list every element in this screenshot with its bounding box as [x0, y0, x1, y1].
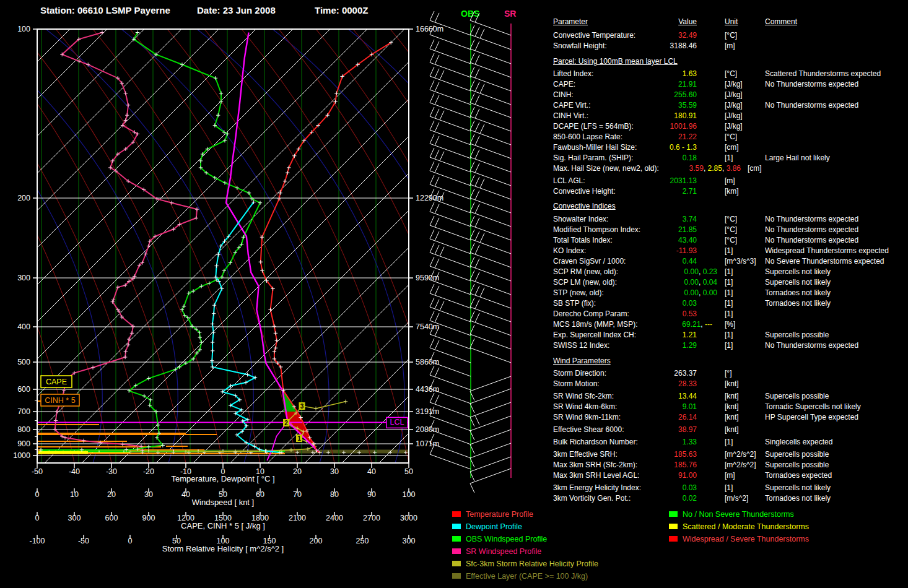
- value-part: 0.00: [684, 267, 699, 276]
- value-part: 2.71: [683, 187, 697, 196]
- legend-swatch: [669, 524, 678, 529]
- sounding-app-window: Station: 06610 LSMP Payerne Date: 23 Jun…: [0, 0, 908, 588]
- table-row-comment: No Severe Thunderstorms expected: [765, 257, 884, 266]
- value-part: 255.60: [674, 90, 697, 99]
- value-part: 1.21: [683, 331, 697, 339]
- table-row-value: 3.74: [561, 215, 697, 223]
- table-row-comment: Tornadoes not likely: [765, 299, 831, 308]
- table-section-header: Convective Indices: [553, 202, 616, 210]
- table-row-comment: Tornadic Supercells not likely: [765, 402, 861, 411]
- table-row-unit: [%]: [725, 320, 735, 329]
- table-row-unit: [m]: [725, 176, 735, 185]
- table-row-value: 0.00, 0.04: [581, 278, 717, 287]
- value-part: 180.91: [674, 111, 697, 120]
- table-row-unit: [1]: [725, 267, 733, 276]
- table-row-comment: No Thunderstorms expected: [765, 236, 858, 244]
- value-part: 91.00: [678, 471, 697, 480]
- table-header-comment: Comment: [765, 17, 797, 26]
- table-row-unit: [m]: [725, 471, 735, 480]
- table-row-value: 1.21: [561, 331, 697, 339]
- value-part: 43.40: [678, 236, 697, 244]
- value-part: 3.59: [689, 164, 704, 173]
- table-row-comment: No Thunderstorms expected: [765, 225, 858, 234]
- table-row-value: 185.76: [561, 460, 697, 469]
- table-section-header: Wind Parameters: [553, 357, 611, 365]
- table-row-value: 43.40: [561, 236, 697, 244]
- table-row-value: 1.63: [561, 69, 697, 78]
- table-row-value: 3.59, 2.85, 3.86: [605, 164, 741, 173]
- value-part: 21.91: [678, 80, 697, 89]
- table-row-comment: No Thunderstorms expected: [765, 341, 858, 350]
- legend-label: Scattered / Moderate Thunderstorms: [683, 522, 809, 531]
- table-row-value: 0.44: [561, 257, 697, 266]
- value-part: ,: [701, 320, 705, 329]
- value-part: 35.59: [678, 101, 697, 110]
- table-row-value: 2031.13: [561, 176, 697, 185]
- table-row-unit: [knt]: [725, 402, 739, 411]
- table-row-value: 9.01: [561, 402, 697, 411]
- value-part: 26.14: [678, 413, 697, 422]
- value-part: ,: [699, 288, 703, 297]
- table-row-unit: [m^2/s^2]: [725, 460, 756, 469]
- table-row-value: 38.97: [561, 425, 697, 434]
- table-row-unit: [1]: [725, 153, 733, 162]
- table-row-value: 1.29: [561, 341, 697, 350]
- value-part: 28.33: [678, 379, 697, 388]
- legend-swatch: [452, 511, 461, 517]
- table-row-value: 35.59: [561, 101, 697, 110]
- value-part: 0.6 - 1.3: [670, 143, 697, 152]
- legend-label: Effective Layer (CAPE >= 100 J/kg): [466, 572, 588, 581]
- value-part: 0.02: [683, 494, 697, 503]
- value-part: ---: [705, 320, 712, 329]
- table-row-comment: Supercells possible: [765, 392, 829, 400]
- table-row-unit: [J/kg]: [725, 122, 743, 131]
- legend-label: Widespread / Severe Thunderstorms: [683, 535, 809, 543]
- table-row-value: -11.93: [561, 246, 697, 255]
- table-row-comment: Supercells possible: [765, 450, 829, 459]
- table-row-value: 1001.96: [561, 122, 697, 131]
- table-row-value: 21.22: [561, 132, 697, 141]
- table-row-unit: [cm]: [725, 143, 739, 152]
- value-part: 1.29: [683, 341, 697, 350]
- legend-swatch: [669, 511, 678, 517]
- table-row-comment: Widespread Thunderstorms expected: [765, 246, 889, 255]
- table-row-unit: [knt]: [725, 425, 739, 434]
- value-part: 38.97: [678, 425, 697, 434]
- table-row-unit: [1]: [725, 288, 733, 297]
- table-row-unit: [m/s^2]: [725, 494, 748, 503]
- table-row-value: 0.18: [561, 153, 697, 162]
- table-row-value: 0.03: [561, 483, 697, 492]
- value-part: 1001.96: [670, 122, 697, 131]
- value-part: 185.76: [674, 460, 697, 469]
- table-row-value: 69.21, ---: [576, 320, 712, 329]
- table-row-value: 0.00, 0.00: [581, 288, 717, 297]
- legend-label: OBS Windspeed Profile: [466, 535, 547, 543]
- table-row-unit: [°C]: [725, 132, 737, 141]
- legend-swatch: [669, 536, 678, 542]
- value-part: 32.49: [678, 31, 697, 40]
- legend-swatch: [452, 548, 461, 554]
- value-part: 3188.46: [670, 41, 697, 50]
- value-part: 1.63: [683, 69, 697, 78]
- table-row-value: 28.33: [561, 379, 697, 388]
- table-row-unit: [1]: [725, 341, 733, 350]
- value-part: 3.86: [727, 164, 741, 173]
- table-row-unit: [m^3/s^3]: [725, 257, 756, 266]
- table-row-unit: [°C]: [725, 225, 737, 234]
- value-part: 2031.13: [670, 176, 697, 185]
- table-section-header: Parcel: Using 100mB mean layer LCL: [553, 57, 678, 66]
- table-row-value: 21.85: [561, 225, 697, 234]
- value-part: 0.53: [683, 309, 697, 318]
- table-row-value: 263.37: [561, 369, 697, 378]
- table-row-unit: [1]: [725, 309, 733, 318]
- table-row-value: 26.14: [561, 413, 697, 422]
- table-row-comment: Supercells not likely: [765, 483, 831, 492]
- table-row-comment: Supercells possible: [765, 460, 829, 469]
- table-row-comment: Tornadoes not likely: [765, 494, 831, 503]
- table-row-comment: Scattered Thunderstorms expected: [765, 69, 881, 78]
- table-row-comment: HP Supercell Type expected: [765, 413, 858, 422]
- value-part: 13.44: [678, 392, 697, 400]
- table-header-parameter: Parameter: [553, 17, 588, 26]
- value-part: 3.74: [683, 215, 697, 223]
- table-row-unit: [knt]: [725, 413, 739, 422]
